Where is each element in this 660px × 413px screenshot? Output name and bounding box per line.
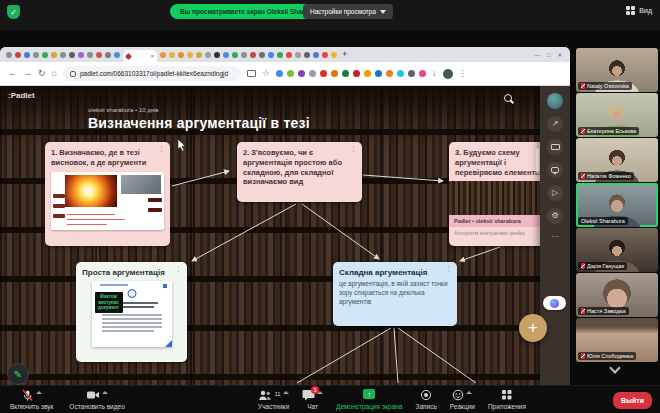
more-options-icon[interactable]: … [551, 231, 559, 239]
browser-tab-favicon[interactable] [268, 52, 274, 58]
reactions-button[interactable]: Реакции [450, 389, 475, 410]
card-menu-icon[interactable]: ⋮ [445, 265, 452, 272]
comments-button[interactable] [547, 162, 563, 178]
site-info-icon[interactable] [70, 71, 76, 77]
extension-icon[interactable] [342, 70, 349, 77]
participant-tile-active-speaker[interactable]: Oleksii Sharabura [576, 183, 658, 227]
padlet-scrollbar[interactable] [536, 148, 539, 174]
browser-tab-favicon[interactable] [42, 52, 48, 58]
extension-icon[interactable] [364, 70, 371, 77]
minimize-icon[interactable]: — [535, 52, 541, 58]
address-bar[interactable]: padlet.com/0663103317ol/padlet-kkitex6ea… [63, 66, 241, 81]
extension-icon[interactable] [276, 70, 283, 77]
view-settings-button[interactable]: Настройки просмотра [303, 4, 393, 19]
participant-tile[interactable]: Nataly Ostrovska [576, 48, 658, 92]
close-icon[interactable]: ✕ [557, 52, 562, 58]
extension-icon[interactable] [287, 70, 294, 77]
browser-tab-favicon[interactable] [232, 52, 238, 58]
browser-tab-favicon[interactable] [178, 52, 184, 58]
browser-tab-favicon[interactable] [33, 52, 39, 58]
padlet-card-step1[interactable]: ⋮ 1. Визначаємо, де в тезі висновок, а д… [45, 142, 170, 246]
extension-icon[interactable] [386, 70, 393, 77]
browser-tab-favicon[interactable] [214, 52, 220, 58]
pencil-icon[interactable]: ✎ [14, 369, 22, 380]
browser-tab-favicon[interactable] [322, 52, 328, 58]
unmute-button[interactable]: Включить звук [10, 389, 53, 410]
browser-tab-favicon[interactable] [196, 52, 202, 58]
card-menu-icon[interactable]: ⋮ [158, 145, 165, 152]
browser-tab-favicon[interactable] [223, 52, 229, 58]
browser-tab-favicon[interactable] [105, 52, 111, 58]
share-screen-button[interactable]: ↑ Демонстрация экрана [336, 389, 402, 410]
browser-tab-favicon[interactable] [331, 52, 337, 58]
browser-tab-favicon[interactable] [259, 52, 265, 58]
extension-icon[interactable] [397, 70, 404, 77]
padlet-card-complex-argument[interactable]: ⋮ Складна аргументація це аргументація, … [333, 262, 457, 326]
slideshow-button[interactable] [547, 139, 563, 155]
browser-tab-favicon[interactable] [51, 52, 57, 58]
maximize-icon[interactable]: □ [547, 52, 550, 58]
card-menu-icon[interactable]: ⋮ [350, 145, 357, 152]
browser-tab-favicon[interactable] [313, 52, 319, 58]
browser-menu-icon[interactable]: ⋮ [459, 69, 467, 78]
stop-video-button[interactable]: Остановить видео [69, 389, 124, 410]
browser-tab-favicon[interactable] [295, 52, 301, 58]
browser-tab-favicon[interactable] [241, 52, 247, 58]
participants-chevron-icon[interactable] [283, 391, 289, 394]
downloads-icon[interactable]: ↓ [432, 69, 437, 78]
bookmark-star-icon[interactable]: ☆ [262, 69, 270, 78]
reload-icon[interactable]: ↻ [38, 69, 46, 78]
extension-icon[interactable] [408, 70, 415, 77]
padlet-logo[interactable]: :Padlet [8, 91, 35, 100]
card-menu-icon[interactable]: ⋮ [175, 265, 182, 272]
browser-tab-favicon[interactable] [6, 52, 12, 58]
browser-tab-favicon[interactable] [286, 52, 292, 58]
browser-tab-favicon[interactable] [114, 52, 120, 58]
reactions-chevron-icon[interactable] [466, 391, 472, 394]
extension-icon[interactable] [320, 70, 327, 77]
padlet-card-simple-argument[interactable]: ⋮ Проста аргументація Фактом виступає до… [76, 262, 187, 362]
participant-tile[interactable]: Юлія Слободянюк [576, 318, 658, 362]
browser-tab-favicon[interactable] [304, 52, 310, 58]
tab-close-icon[interactable]: × [150, 53, 154, 59]
padlet-card-step2[interactable]: ⋮ 2. З'ясовуємо, чи є аргументація прост… [237, 142, 362, 202]
record-button[interactable]: Запись [415, 389, 436, 410]
browser-tab-favicon[interactable] [169, 52, 175, 58]
browser-tab-favicon[interactable] [60, 52, 66, 58]
extension-icon[interactable] [419, 70, 426, 77]
extension-icon[interactable] [353, 70, 360, 77]
video-options-chevron-icon[interactable] [102, 391, 108, 394]
active-tab[interactable]: × [123, 50, 157, 62]
participants-button[interactable]: 11 Участники [258, 389, 289, 410]
extension-icon[interactable] [309, 70, 316, 77]
browser-tab-favicon[interactable] [205, 52, 211, 58]
extension-icon[interactable] [375, 70, 382, 77]
extension-icon[interactable] [298, 70, 305, 77]
chat-button[interactable]: 1 Чат [302, 389, 323, 410]
browser-tab-favicon[interactable] [24, 52, 30, 58]
new-tab-button[interactable]: + [342, 50, 347, 59]
leave-meeting-button[interactable]: Выйти [613, 392, 652, 409]
attachment-source[interactable]: Padlet • oleksii sharabura [449, 215, 546, 227]
browser-tab-favicon[interactable] [87, 52, 93, 58]
forward-icon[interactable]: → [23, 69, 32, 78]
browser-tab-favicon[interactable] [250, 52, 256, 58]
participant-tile[interactable]: Наталія Фоменко [576, 138, 658, 182]
padlet-card-step3[interactable]: ⋮ 3. Будуємо схему аргументації і переві… [449, 142, 546, 246]
browser-tab-favicon[interactable] [69, 52, 75, 58]
browser-tab-favicon[interactable] [160, 52, 166, 58]
participant-tile[interactable]: Дарія Ганущак [576, 228, 658, 272]
back-icon[interactable]: ← [8, 69, 17, 78]
browser-profile-avatar[interactable] [443, 69, 453, 79]
participant-tile[interactable]: Екатерина Еськова [576, 93, 658, 137]
participant-tile[interactable]: Настя Заводюк [576, 273, 658, 317]
extension-icon[interactable] [331, 70, 338, 77]
padlet-user-avatar[interactable] [547, 93, 563, 109]
browser-tab-favicon[interactable] [78, 52, 84, 58]
apps-button[interactable]: Приложения [488, 389, 526, 410]
attachment-thumbnail[interactable] [449, 181, 546, 215]
cast-icon[interactable] [247, 70, 256, 77]
audio-options-chevron-icon[interactable] [36, 391, 42, 394]
security-shield-icon[interactable]: ✓ [7, 5, 20, 19]
home-icon[interactable]: ⌂ [52, 69, 57, 78]
